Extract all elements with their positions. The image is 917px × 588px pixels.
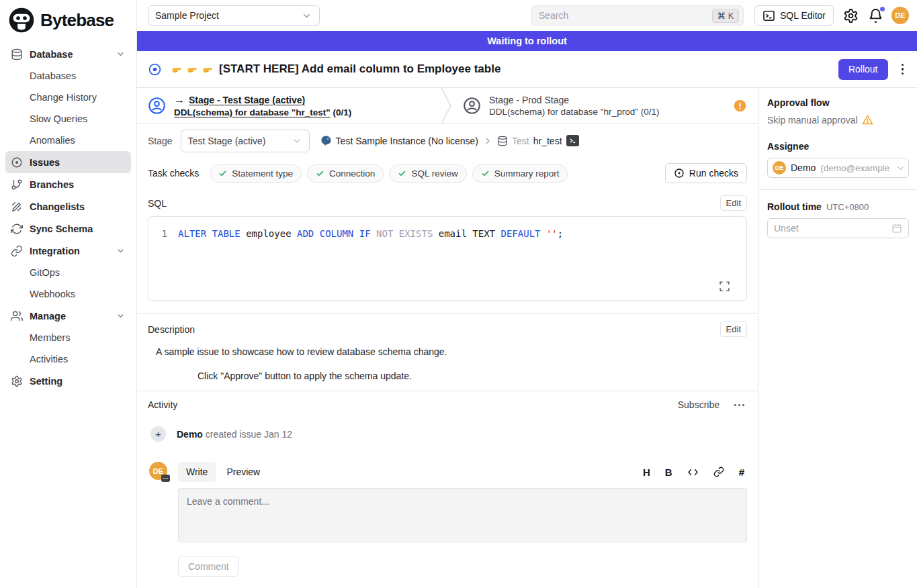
bold-format-icon[interactable]: B — [665, 467, 672, 478]
pointing-right-emoji — [170, 64, 184, 75]
heading-format-icon[interactable]: H — [643, 467, 650, 478]
description-edit-button[interactable]: Edit — [720, 322, 747, 337]
assignee-name: Demo — [791, 162, 816, 173]
sidebar-item-integration[interactable]: Integration — [5, 240, 131, 262]
assignee-email: (demo@example — [820, 163, 891, 173]
notifications-bell-button[interactable] — [868, 8, 883, 23]
activity-more-options-icon[interactable] — [732, 401, 747, 409]
sidebar-item-webhooks[interactable]: Webhooks — [5, 283, 131, 305]
sql-editor-button[interactable]: SQL Editor — [754, 5, 834, 26]
check-icon — [316, 169, 324, 178]
comment-input[interactable] — [178, 488, 747, 542]
stage-task-link[interactable]: DDL(schema) for database "hr_test" — [174, 107, 331, 117]
settings-gear-button[interactable] — [843, 8, 859, 23]
approval-flow-title: Approval flow — [767, 97, 909, 108]
stage-person-icon — [463, 97, 481, 115]
instance-name[interactable]: Test Sample Instance (No license) — [336, 136, 478, 146]
assignee-title: Assignee — [767, 141, 909, 152]
sidebar-item-activities[interactable]: Activities — [5, 348, 131, 370]
chevron-down-icon — [301, 10, 312, 21]
app-root: Bytebase Database Databases Change Histo… — [0, 0, 917, 588]
activity-entry: + Demo created issue Jan 12 — [150, 426, 747, 442]
sidebar-item-label: Webhooks — [30, 289, 75, 299]
calendar-icon — [891, 223, 902, 234]
chevron-right-icon — [482, 136, 493, 146]
sql-code-editor[interactable]: 1 ALTER TABLE employee ADD COLUMN IF NOT… — [148, 216, 747, 301]
assignee-select[interactable]: DE Demo (demo@example — [767, 158, 909, 178]
check-pill-statement-type[interactable]: Statement type — [210, 164, 302, 183]
check-pill-connection[interactable]: Connection — [307, 164, 384, 183]
sql-section-title: SQL — [148, 198, 167, 209]
pointing-right-emoji — [185, 64, 200, 75]
sidebar-item-sync-schema[interactable]: Sync Schema — [5, 217, 131, 240]
link-format-icon[interactable] — [713, 467, 724, 477]
expand-fullscreen-icon[interactable] — [719, 281, 730, 292]
sidebar-item-label: Anomalies — [30, 135, 75, 146]
database-icon — [497, 136, 508, 146]
sidebar-item-branches[interactable]: Branches — [5, 173, 131, 195]
git-branch-icon — [11, 179, 23, 191]
rollout-time-picker[interactable]: Unset — [767, 218, 909, 238]
current-stage-arrow: → — [174, 94, 185, 106]
run-checks-label: Run checks — [689, 168, 738, 179]
run-icon — [674, 168, 685, 179]
activity-title: Activity — [148, 399, 177, 410]
stage-select[interactable]: Test Stage (active) — [181, 130, 310, 152]
sidebar-item-databases[interactable]: Databases — [5, 65, 131, 87]
sidebar-item-label: Manage — [30, 311, 66, 322]
sidebar-item-anomalies[interactable]: Anomalies — [5, 130, 131, 151]
search-input[interactable] — [539, 10, 712, 21]
approval-flow-value: Skip manual approval — [767, 115, 858, 126]
search-box[interactable]: ⌘ K — [531, 5, 744, 26]
rollout-button[interactable]: Rollout — [838, 59, 888, 80]
more-options-kebab-icon[interactable] — [899, 61, 907, 78]
task-checks-label: Task checks — [148, 168, 199, 179]
task-checks-row: Task checks Statement type Connection SQ… — [137, 158, 758, 189]
check-icon — [481, 169, 490, 178]
description-text-line2: Click "Approve" button to apply the sche… — [198, 371, 747, 381]
link-icon — [11, 245, 23, 257]
sidebar-item-database[interactable]: Database — [5, 43, 131, 65]
stage-label: Stage — [148, 136, 173, 146]
check-pill-label: Connection — [329, 168, 375, 179]
code-format-icon[interactable] — [687, 467, 699, 478]
subscribe-button[interactable]: Subscribe — [678, 399, 719, 410]
project-select-value: Sample Project — [155, 10, 219, 21]
comment-submit-button[interactable]: Comment — [178, 556, 239, 577]
run-checks-button[interactable]: Run checks — [665, 163, 747, 183]
notification-dot — [880, 7, 885, 11]
environment-label: Test — [512, 136, 529, 146]
stage-separator-chevron — [441, 88, 452, 124]
left-sidebar: Bytebase Database Databases Change Histo… — [0, 0, 137, 588]
stage-task: DDL(schema) for database "hr_prod" (0/1) — [489, 107, 659, 117]
warning-circle-icon — [733, 99, 747, 113]
stage-card-prod[interactable]: Stage - Prod Stage DDL(schema) for datab… — [452, 88, 758, 123]
brand-logo[interactable]: Bytebase — [0, 0, 136, 38]
sql-edit-button[interactable]: Edit — [720, 195, 747, 211]
check-pill-summary-report[interactable]: Summary report — [472, 164, 568, 183]
open-sql-editor-icon[interactable] — [566, 135, 579, 146]
rollout-time-value: Unset — [774, 223, 799, 234]
sidebar-item-setting[interactable]: Setting — [5, 370, 131, 392]
sidebar-item-gitops[interactable]: GitOps — [5, 262, 131, 283]
user-avatar[interactable]: DE — [891, 7, 909, 24]
database-icon — [11, 48, 23, 60]
database-name[interactable]: hr_test — [533, 136, 562, 146]
gear-icon — [11, 375, 23, 387]
stage-select-row: Stage Test Stage (active) Test Sample In… — [137, 124, 758, 158]
tab-preview[interactable]: Preview — [218, 462, 268, 482]
chevron-down-icon — [116, 246, 126, 256]
stage-card-test[interactable]: → Stage - Test Stage (active) DDL(schema… — [137, 88, 441, 123]
description-title: Description — [148, 324, 195, 335]
sidebar-item-slow-queries[interactable]: Slow Queries — [5, 108, 131, 130]
sidebar-item-change-history[interactable]: Change History — [5, 87, 131, 108]
sidebar-item-members[interactable]: Members — [5, 327, 131, 348]
warning-triangle-icon — [862, 114, 873, 126]
project-select[interactable]: Sample Project — [148, 5, 320, 26]
sidebar-item-changelists[interactable]: Changelists — [5, 195, 131, 217]
check-pill-sql-review[interactable]: SQL review — [389, 164, 466, 183]
sidebar-item-manage[interactable]: Manage — [5, 305, 131, 327]
hash-format-icon[interactable]: # — [739, 467, 744, 478]
tab-write[interactable]: Write — [178, 462, 216, 482]
sidebar-item-issues[interactable]: Issues — [5, 151, 131, 173]
